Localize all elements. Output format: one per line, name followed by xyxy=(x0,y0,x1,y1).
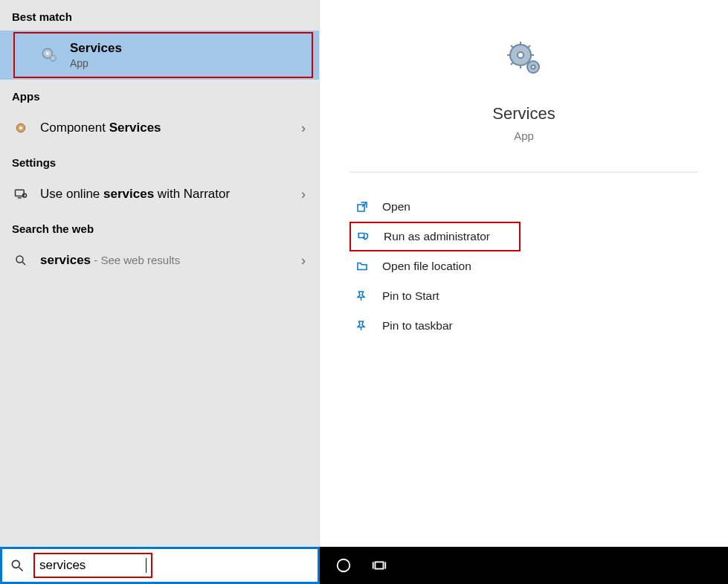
web-item-label: services - See web results xyxy=(40,253,307,268)
svg-point-6 xyxy=(23,193,27,197)
gear-icon xyxy=(502,37,547,82)
settings-header: Settings xyxy=(0,146,319,176)
action-open-file-location[interactable]: Open file location xyxy=(349,251,728,281)
action-label: Run as administrator xyxy=(384,230,490,243)
svg-point-2 xyxy=(51,56,57,62)
folder-icon xyxy=(354,258,370,275)
chevron-right-icon[interactable]: › xyxy=(301,187,306,202)
action-pin-to-taskbar[interactable]: Pin to taskbar xyxy=(349,311,728,341)
component-services-icon xyxy=(12,119,30,137)
svg-point-20 xyxy=(531,65,535,69)
search-results-panel: Best match Services App Apps Component S… xyxy=(0,0,320,547)
apps-header: Apps xyxy=(0,80,319,110)
preview-panel: Services App Open Run as administrator O… xyxy=(320,0,728,547)
action-run-as-administrator[interactable]: Run as administrator xyxy=(349,222,521,251)
taskbar: services xyxy=(0,547,728,584)
svg-point-10 xyxy=(518,52,524,58)
best-match-services[interactable]: Services App xyxy=(13,32,313,78)
monitor-online-icon xyxy=(12,185,30,203)
svg-point-1 xyxy=(46,52,49,55)
taskbar-search-box[interactable]: services xyxy=(0,547,320,584)
svg-line-17 xyxy=(511,62,513,65)
svg-line-26 xyxy=(19,568,23,571)
svg-line-8 xyxy=(22,262,25,265)
preview-subtitle: App xyxy=(320,129,728,142)
task-view-button[interactable] xyxy=(361,548,397,583)
svg-point-7 xyxy=(16,256,23,263)
open-icon xyxy=(354,199,370,215)
search-icon xyxy=(10,558,25,573)
best-match-title: Services xyxy=(70,41,122,56)
cortana-button[interactable] xyxy=(326,548,361,583)
text-cursor xyxy=(146,558,146,573)
best-match-subtitle: App xyxy=(70,57,122,69)
svg-point-25 xyxy=(12,560,19,568)
preview-title: Services xyxy=(320,104,728,123)
apps-item-label: Component Services xyxy=(40,121,307,135)
action-label: Open xyxy=(382,200,410,214)
settings-item-narrator[interactable]: Use online services with Narrator › xyxy=(0,176,319,212)
action-label: Pin to taskbar xyxy=(382,319,453,333)
action-label: Open file location xyxy=(382,260,471,273)
pin-icon xyxy=(354,288,370,304)
chevron-right-icon[interactable]: › xyxy=(301,253,306,269)
pin-icon xyxy=(354,318,370,334)
action-pin-to-start[interactable]: Pin to Start xyxy=(349,281,728,311)
svg-point-4 xyxy=(19,126,22,129)
action-open[interactable]: Open xyxy=(349,192,728,222)
web-header: Search the web xyxy=(0,212,319,243)
svg-line-15 xyxy=(511,45,513,48)
svg-point-27 xyxy=(338,559,350,572)
divider xyxy=(349,172,698,173)
web-item-services[interactable]: services - See web results › xyxy=(0,243,319,278)
apps-item-component-services[interactable]: Component Services › xyxy=(0,110,319,146)
svg-rect-28 xyxy=(376,562,384,568)
chevron-right-icon[interactable]: › xyxy=(301,121,306,136)
settings-item-label: Use online services with Narrator xyxy=(40,187,307,202)
svg-line-18 xyxy=(528,45,530,48)
gear-icon xyxy=(39,45,59,65)
best-match-header: Best match xyxy=(0,0,319,31)
shield-icon xyxy=(355,228,372,245)
action-label: Pin to Start xyxy=(382,289,439,303)
search-input[interactable]: services xyxy=(39,558,146,573)
search-icon xyxy=(12,251,30,269)
